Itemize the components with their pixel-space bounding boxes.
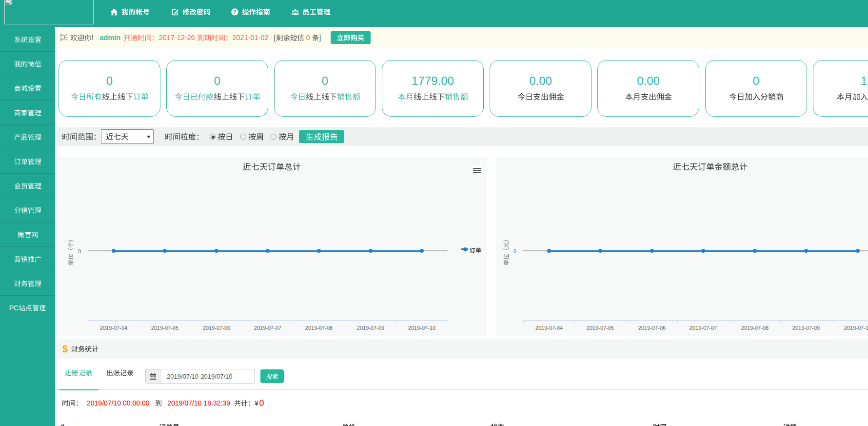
svg-text:?: ? — [233, 9, 236, 15]
